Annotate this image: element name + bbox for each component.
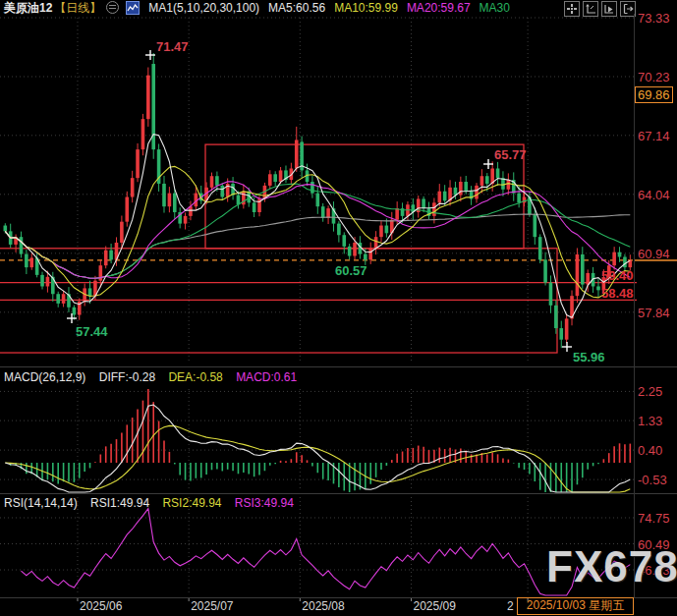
price-annotation: 57.44 [76,324,108,339]
candle-body [395,208,399,220]
candle-body [612,252,616,266]
axis-tick-label: 67.14 [638,129,670,143]
month-label: 2025/09 [414,599,456,613]
candle-body [618,252,622,257]
axis-tick-label: 73.33 [638,11,670,26]
candle-body [125,197,129,222]
rsi1-value: RSI1:49.94 [90,496,149,510]
candle-body [310,182,314,194]
macd-value: MACD:0.61 [236,370,297,384]
candle-body [295,140,299,168]
candle-body [99,265,103,280]
candle-body [120,222,124,243]
panel-separator [0,493,677,494]
candle-body [25,254,28,268]
candle-body [353,243,357,256]
candle-body [459,182,463,196]
candle-body [173,194,177,212]
candle-body [131,178,135,196]
month-label-partial: 2 [507,599,514,613]
axis-tick-label: 1.33 [638,414,662,428]
candle-body [253,202,256,212]
candle-body [543,259,547,282]
price-annotation: 58.48 [601,286,634,301]
price-alert-marker[interactable]: 69.86 [635,86,673,103]
candle-body [475,186,479,199]
candle-body [549,283,553,306]
rsi3-value: RSI3:49.94 [235,496,294,510]
candle-body [364,254,367,260]
candle-body [596,286,600,290]
candle-body [559,328,563,340]
watermark: FX678 [546,542,677,591]
candle-body [210,176,214,188]
candle-body [62,294,66,304]
candle-body [326,208,330,218]
candle-body [56,294,60,304]
chart-canvas[interactable] [0,0,677,616]
candle-body [368,249,372,260]
month-label: 2025/07 [191,599,233,613]
candle-body [538,237,542,259]
candle-body [73,308,77,315]
price-annotation: 60.57 [335,263,367,278]
candle-body [517,194,521,203]
axis-tick-label: 57.84 [638,306,670,320]
rsi2-value: RSI2:49.94 [162,496,221,510]
candle-body [385,226,389,234]
axis-tick-label: -0.53 [638,473,667,487]
candle-body [40,275,44,287]
diff-value: DIFF:-0.28 [99,370,155,384]
price-annotation: 55.96 [573,350,605,364]
axis-tick-label: 74.75 [638,511,670,526]
candle-body [29,257,33,267]
chart-window: 美原油12 【日线】 MA1(5,10,20,30,100) MA5:60.56… [0,0,677,616]
candle-body [534,214,537,237]
candle-body [4,226,8,232]
time-axis: 2 2025/10/03 星期五 2025/062025/072025/0820… [0,597,677,616]
price-annotation: 71.47 [156,39,189,54]
price-annotation: 65.77 [494,147,527,162]
candle-body [337,224,341,236]
macd-legend-row: MACD(26,12,9) DIFF:-0.28 DEA:-0.58 MACD:… [4,370,307,384]
candle-body [316,194,320,207]
axis-tick-label: 64.04 [638,188,670,202]
axis-tick-label: 70.23 [638,70,670,84]
month-label: 2025/06 [80,599,122,613]
candle-body [20,237,24,253]
candle-body [554,306,558,328]
candle-body [168,194,172,207]
price-annotation: 59.40 [601,268,634,283]
candle-body [437,192,441,203]
candle-body [565,318,569,339]
candle-body [379,226,383,238]
candle-body [464,182,468,192]
candle-body [220,186,224,197]
candle-body [496,168,500,178]
candle-body [146,76,150,120]
axis-tick-label: 0.40 [638,443,662,458]
candle-body [348,247,352,256]
candle-body [215,176,219,186]
axis-tick-label: 60.94 [638,247,670,261]
rsi-params-label: RSI(14,14,14) [4,496,78,510]
dea-value: DEA:-0.58 [168,370,222,384]
candle-body [443,192,447,201]
candle-body [321,206,325,218]
dea-line [5,425,630,492]
candle-body [374,237,378,249]
candle-body [104,251,108,265]
macd-params-label: MACD(26,12,9) [4,370,85,384]
candle-body [184,216,188,224]
candle-body [237,196,241,205]
candle-body [507,180,511,190]
axis-tick-label: 2.25 [638,384,662,399]
candle-body [88,288,92,296]
candle-body [273,174,277,182]
candle-body [576,254,580,296]
candle-body [268,174,272,186]
candle-body [279,170,283,182]
candle-body [623,256,627,267]
candle-body [46,277,50,287]
current-date-box: 2025/10/03 星期五 [517,597,634,615]
